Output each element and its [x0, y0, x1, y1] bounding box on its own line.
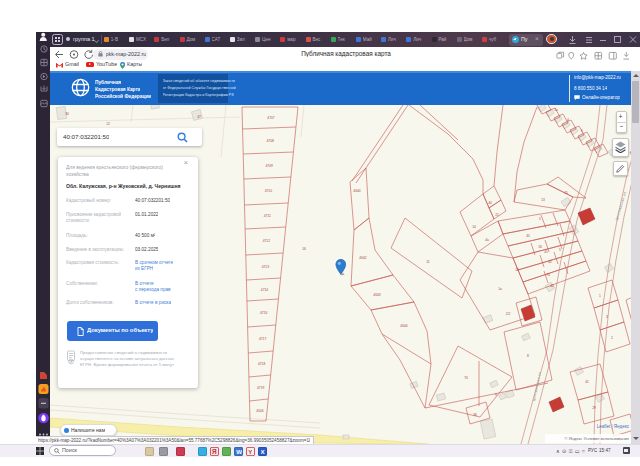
svg-text:5: 5 — [539, 217, 541, 221]
svg-text:11: 11 — [426, 260, 430, 264]
svg-text:4710: 4710 — [265, 189, 273, 193]
svg-text:41: 41 — [585, 380, 589, 384]
svg-text:4708: 4708 — [267, 139, 275, 143]
svg-text:41: 41 — [544, 250, 548, 254]
svg-text:4712: 4712 — [263, 239, 271, 243]
svg-text:42: 42 — [548, 260, 552, 264]
svg-text:4718: 4718 — [258, 362, 266, 366]
svg-text:14: 14 — [472, 225, 476, 229]
svg-text:4713: 4713 — [262, 265, 270, 269]
svg-text:4707: 4707 — [267, 116, 275, 120]
svg-text:14: 14 — [515, 268, 519, 272]
svg-text:8: 8 — [527, 354, 529, 358]
svg-text:2: 2 — [611, 336, 613, 340]
svg-text:4640: 4640 — [353, 189, 361, 193]
svg-text:29: 29 — [592, 406, 596, 410]
svg-text:6: 6 — [581, 129, 583, 133]
svg-text:74: 74 — [546, 273, 550, 277]
svg-text:4: 4 — [567, 118, 569, 122]
svg-text:4714: 4714 — [261, 288, 269, 292]
svg-text:1: 1 — [599, 294, 601, 298]
svg-text:16: 16 — [538, 245, 542, 249]
svg-text:40: 40 — [488, 201, 492, 205]
svg-text:47: 47 — [197, 115, 201, 119]
svg-text:30: 30 — [65, 112, 69, 116]
svg-text:4643: 4643 — [373, 293, 381, 297]
svg-text:4а: 4а — [485, 238, 489, 242]
svg-text:70: 70 — [464, 376, 468, 380]
svg-text:1а: 1а — [498, 287, 502, 291]
svg-text:15: 15 — [564, 191, 568, 195]
svg-text:12: 12 — [106, 122, 110, 126]
svg-text:4717: 4717 — [259, 337, 267, 341]
svg-text:4711: 4711 — [264, 214, 271, 218]
svg-text:21: 21 — [495, 213, 499, 217]
svg-text:3: 3 — [606, 315, 608, 319]
svg-text:4642: 4642 — [359, 256, 367, 260]
svg-text:45: 45 — [526, 234, 530, 238]
svg-text:13: 13 — [541, 198, 545, 202]
svg-text:4719: 4719 — [257, 386, 265, 390]
svg-text:9: 9 — [495, 393, 497, 397]
svg-text:16: 16 — [302, 247, 306, 251]
svg-text:2а: 2а — [554, 108, 558, 112]
svg-text:2/2: 2/2 — [506, 312, 511, 316]
svg-text:5: 5 — [559, 248, 561, 252]
svg-text:42: 42 — [550, 284, 554, 288]
svg-text:4644: 4644 — [400, 324, 408, 328]
svg-text:4716: 4716 — [260, 311, 268, 315]
svg-text:4546: 4546 — [256, 409, 264, 413]
svg-text:36: 36 — [473, 413, 477, 417]
svg-text:4709: 4709 — [266, 164, 274, 168]
